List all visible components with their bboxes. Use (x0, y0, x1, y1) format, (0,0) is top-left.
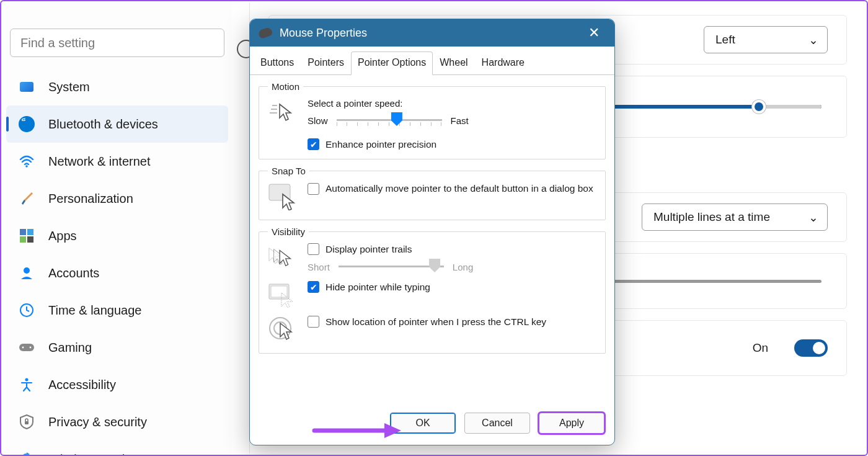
enhance-precision-checkbox[interactable]: ✔ (308, 138, 319, 150)
sync-icon (19, 451, 35, 456)
pointer-trails-label: Display pointer trails (326, 244, 412, 255)
group-snap-to: Snap To Automatically move pointer to th… (259, 166, 606, 220)
sidebar-item-windows-update[interactable]: Windows Update (6, 440, 228, 456)
dropdown-value: Multiple lines at a time (653, 210, 770, 223)
chevron-down-icon: ⌄ (808, 210, 818, 225)
group-visibility: Visibility Display pointer trails Short (259, 226, 606, 354)
pointer-trails-icon (268, 243, 296, 272)
hide-while-typing-checkbox[interactable]: ✔ (308, 281, 319, 293)
pointer-speed-icon (268, 98, 296, 127)
sidebar-item-accessibility[interactable]: Accessibility (6, 366, 228, 403)
shield-lock-icon (19, 414, 35, 430)
paintbrush-icon (19, 190, 35, 207)
svg-rect-7 (25, 421, 29, 424)
hide-typing-icon (268, 281, 296, 310)
apply-button[interactable]: Apply (539, 413, 604, 434)
ctrl-locate-icon (268, 316, 296, 344)
tab-buttons[interactable]: Buttons (254, 51, 301, 74)
clock-globe-icon (19, 302, 35, 318)
sidebar-item-label: Windows Update (48, 452, 142, 457)
sidebar-item-system[interactable]: System (6, 68, 228, 105)
svg-point-1 (24, 267, 30, 274)
dialog-footer: OK Cancel Apply (250, 405, 614, 445)
chevron-down-icon: ⌄ (808, 33, 818, 47)
hide-while-typing-label: Hide pointer while typing (326, 282, 430, 293)
sidebar-item-time-language[interactable]: Time & language (6, 292, 228, 329)
sidebar-item-label: Privacy & security (48, 415, 147, 429)
tab-pointer-options[interactable]: Pointer Options (351, 51, 433, 75)
sidebar-item-gaming[interactable]: Gaming (6, 329, 228, 366)
tab-wheel[interactable]: Wheel (433, 51, 474, 74)
svg-point-5 (30, 347, 32, 349)
sidebar-item-label: Network & internet (48, 154, 151, 169)
svg-rect-3 (19, 344, 34, 351)
mouse-properties-dialog: Mouse Properties ✕ Buttons Pointers Poin… (249, 19, 615, 445)
group-motion: Motion Select a pointer speed: Slow Fas (259, 81, 606, 159)
pointer-speed-label: Select a pointer speed: (308, 98, 596, 109)
bluetooth-icon: ็ (19, 116, 35, 132)
svg-point-0 (25, 165, 28, 168)
accessibility-icon (19, 377, 35, 393)
snap-to-label: Automatically move pointer to the defaul… (326, 182, 593, 195)
group-legend: Visibility (268, 226, 309, 237)
svg-point-4 (22, 347, 24, 349)
dialog-title: Mouse Properties (280, 27, 367, 40)
primary-mouse-button-dropdown[interactable]: Left ⌄ (704, 26, 828, 53)
pointer-speed-slider[interactable] (337, 112, 442, 128)
sidebar-item-accounts[interactable]: Accounts (6, 254, 228, 292)
long-label: Long (453, 262, 473, 272)
cancel-button[interactable]: Cancel (464, 413, 530, 434)
group-legend: Motion (268, 81, 303, 92)
sidebar-item-label: Accounts (48, 266, 99, 280)
close-button[interactable]: ✕ (582, 21, 606, 45)
sidebar-item-personalization[interactable]: Personalization (6, 180, 228, 217)
ctrl-locate-label: Show location of pointer when I press th… (326, 316, 546, 328)
sidebar-item-privacy[interactable]: Privacy & security (6, 403, 228, 440)
gamepad-icon (19, 339, 35, 355)
search-input[interactable] (10, 29, 224, 57)
sidebar-item-network[interactable]: Network & internet (6, 143, 228, 180)
sidebar-item-bluetooth-devices[interactable]: ็ Bluetooth & devices (6, 105, 228, 143)
svg-rect-10 (271, 286, 287, 297)
tab-hardware[interactable]: Hardware (475, 51, 531, 74)
settings-sidebar: System ็ Bluetooth & devices Network & i… (2, 2, 232, 454)
group-legend: Snap To (268, 166, 309, 176)
sidebar-item-label: Time & language (48, 303, 141, 318)
sidebar-item-label: System (48, 80, 90, 94)
scroll-mode-dropdown[interactable]: Multiple lines at a time ⌄ (642, 203, 828, 231)
sidebar-item-apps[interactable]: Apps (6, 217, 228, 254)
short-label: Short (308, 262, 330, 272)
snap-to-icon (268, 182, 296, 211)
person-icon (19, 265, 35, 281)
ctrl-locate-checkbox[interactable] (308, 316, 319, 328)
apps-grid-icon (19, 228, 35, 244)
mouse-icon (257, 27, 273, 39)
dialog-tabs: Buttons Pointers Pointer Options Wheel H… (250, 47, 614, 75)
slow-label: Slow (308, 115, 328, 126)
fast-label: Fast (451, 115, 469, 126)
toggle-state-label: On (753, 341, 768, 355)
sidebar-item-label: Gaming (48, 341, 92, 355)
sidebar-item-label: Personalization (48, 192, 133, 206)
tab-pointers[interactable]: Pointers (301, 51, 351, 74)
ok-button[interactable]: OK (390, 413, 456, 434)
sidebar-item-label: Apps (48, 229, 77, 243)
scroll-inactive-toggle[interactable] (794, 339, 828, 357)
sidebar-item-label: Accessibility (48, 378, 116, 392)
dropdown-value: Left (715, 33, 735, 46)
monitor-icon (19, 79, 35, 95)
trail-length-slider (339, 259, 444, 275)
sidebar-item-label: Bluetooth & devices (48, 117, 158, 132)
snap-to-checkbox[interactable] (308, 183, 319, 195)
wifi-icon (19, 153, 35, 169)
enhance-precision-label: Enhance pointer precision (326, 139, 436, 150)
dialog-titlebar[interactable]: Mouse Properties ✕ (250, 19, 614, 47)
svg-point-6 (25, 378, 29, 382)
pointer-trails-checkbox[interactable] (308, 243, 319, 255)
